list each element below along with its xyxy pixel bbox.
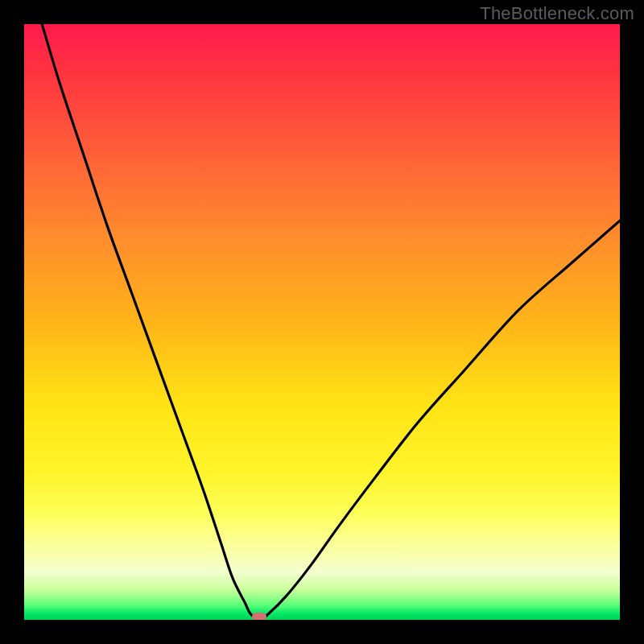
bottleneck-curve [42, 24, 620, 620]
curve-svg [24, 24, 620, 620]
minimum-marker [252, 613, 266, 620]
chart-frame: TheBottleneck.com [0, 0, 644, 644]
watermark-text: TheBottleneck.com [480, 3, 634, 24]
plot-area [24, 24, 620, 620]
